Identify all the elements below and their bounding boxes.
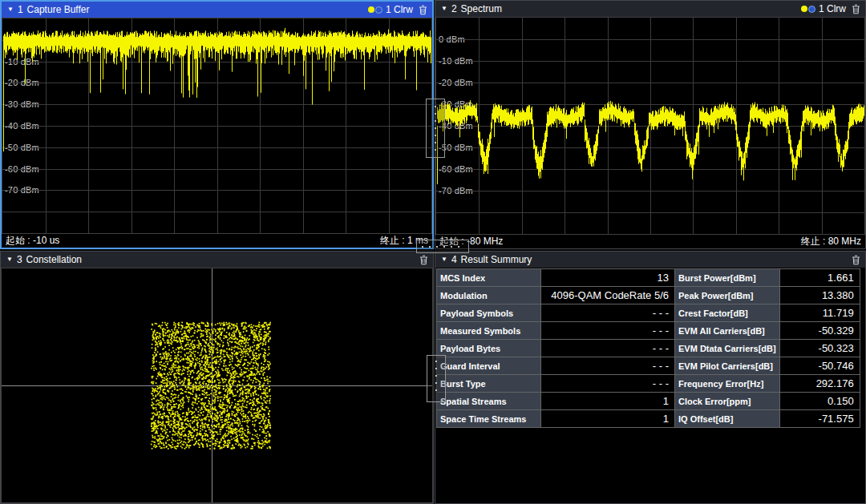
result-value: 0.150 [779,393,860,410]
result-label: Guard Interval [437,357,541,375]
result-label: Peak Power[dBm] [675,287,780,304]
result-table-row: Modulation4096-QAM CodeRate 5/6Peak Powe… [437,287,860,304]
window-capture-buffer[interactable]: ▼ 1 Capture Buffer 1 Clrw 0 dBm-10 dBm-2… [0,0,434,249]
x-stop-label: 终止 : 80 MHz [801,235,861,248]
result-value: - - - [541,340,675,357]
constellation-canvas [2,268,432,502]
result-value: 13.380 [779,287,860,304]
trace-legend[interactable]: 1 Clrw [368,4,413,15]
result-label: Clock Error[ppm] [675,393,780,410]
result-value: -50.329 [779,322,860,340]
splitter-grip-icon [435,361,437,396]
result-table-row: Spatial Streams1Clock Error[ppm]0.150 [437,393,860,410]
result-table-row: MCS Index13Burst Power[dBm]1.661 [437,269,860,287]
x-start-label: 起始 : -10 us [6,234,59,248]
window-spectrum[interactable]: ▼ 2 Spectrum 1 Clrw 0 dBm-10 dBm-20 dBm-… [435,0,866,249]
analyzer-multi-window-screen: ▼ 1 Capture Buffer 1 Clrw 0 dBm-10 dBm-2… [0,0,866,504]
result-table-row: Guard Interval- - -EVM Pilot Carriers[dB… [437,357,860,375]
result-value: -50.323 [779,340,860,357]
trace-mode-label: 1 Clrw [386,4,413,15]
result-label: Frequency Error[Hz] [675,375,780,393]
result-table-row: Measured Symbols- - -EVM All Carriers[dB… [437,322,860,340]
horizontal-splitter[interactable] [416,240,469,253]
result-value: 13 [541,269,675,287]
capture-buffer-canvas [2,18,431,233]
window-index: 4 [451,254,457,265]
delete-window-icon[interactable] [850,254,861,266]
window-index: 3 [17,254,22,265]
result-label: EVM All Carriers[dB] [675,322,780,340]
result-value: 1.661 [779,269,860,287]
window-title: Spectrum [461,3,502,14]
spectrum-canvas [436,18,864,234]
splitter-grip-icon [435,106,436,151]
result-label: Payload Bytes [437,340,541,357]
result-table-row: Burst Type- - -Frequency Error[Hz]292.17… [437,375,860,393]
constellation-plot[interactable] [1,268,433,503]
spectrum-footer: 起始 : -80 MHz 终止 : 80 MHz [435,235,865,248]
window-result-summary[interactable]: ▼ 4 Result Summury MCS Index13Burst Powe… [435,251,866,504]
result-summary-body: MCS Index13Burst Power[dBm]1.661Modulati… [435,268,865,503]
window-menu-icon[interactable]: ▼ [6,256,13,263]
result-label: Modulation [437,287,541,304]
trace-color-dot-icon [801,6,807,12]
window-title: Capture Buffer [27,4,90,15]
result-value: 4096-QAM CodeRate 5/6 [541,287,675,304]
result-label: Crest Factor[dB] [675,304,780,322]
result-value: - - - [541,304,675,322]
trace-marker-dot-icon [808,6,815,13]
window-menu-icon[interactable]: ▼ [441,256,447,263]
vertical-splitter-top[interactable] [426,99,445,158]
constellation-titlebar[interactable]: ▼ 3 Constellation [1,252,433,268]
result-value: 1 [541,393,675,410]
result-label: Burst Power[dBm] [675,269,780,287]
result-table-row: Space Time Streams1IQ Offset[dB]-71.575 [437,410,860,428]
result-table-row: Payload Symbols- - -Crest Factor[dB]11.7… [437,304,860,322]
vertical-splitter-bottom[interactable] [427,355,446,402]
trace-marker-dot-icon [375,6,382,14]
result-label: IQ Offset[dB] [675,410,780,428]
trace-legend[interactable]: 1 Clrw [801,3,846,14]
window-constellation[interactable]: ▼ 3 Constellation [0,251,434,504]
trace-mode-label: 1 Clrw [819,3,846,14]
capture-buffer-titlebar[interactable]: ▼ 1 Capture Buffer 1 Clrw [2,2,432,18]
result-label: EVM Pilot Carriers[dB] [675,357,780,375]
result-label: Measured Symbols [437,322,541,340]
spectrum-titlebar[interactable]: ▼ 2 Spectrum 1 Clrw [435,1,865,17]
result-value: -71.575 [779,410,860,428]
spectrum-plot[interactable]: 0 dBm-10 dBm-20 dBm-30 dBm-40 dBm-50 dBm… [435,17,865,235]
result-label: Spatial Streams [437,393,541,410]
delete-window-icon[interactable] [850,3,861,15]
result-summary-titlebar[interactable]: ▼ 4 Result Summury [435,252,865,268]
result-value: - - - [541,357,675,375]
window-menu-icon[interactable]: ▼ [7,6,14,13]
result-label: Burst Type [437,375,541,393]
result-value: 11.719 [779,304,860,322]
trace-color-dot-icon [368,6,374,13]
delete-window-icon[interactable] [418,254,429,266]
result-label: EVM Dtata Carriers[dB] [675,340,780,357]
result-value: - - - [541,375,675,393]
window-title: Constellation [26,254,82,265]
result-label: Payload Symbols [437,304,541,322]
result-label: MCS Index [437,269,541,287]
capture-buffer-plot[interactable]: 0 dBm-10 dBm-20 dBm-30 dBm-40 dBm-50 dBm… [2,18,432,234]
result-table-row: Payload Bytes- - -EVM Dtata Carriers[dB]… [437,340,860,357]
window-menu-icon[interactable]: ▼ [441,6,447,12]
delete-window-icon[interactable] [417,4,428,16]
window-index: 2 [451,3,457,14]
result-value: - - - [541,322,675,340]
result-value: -50.746 [779,357,860,375]
splitter-grip-icon [422,246,463,248]
result-value: 1 [541,410,675,428]
window-title: Result Summury [461,254,532,265]
result-label: Space Time Streams [437,410,541,428]
result-value: 292.176 [779,375,860,393]
result-table: MCS Index13Burst Power[dBm]1.661Modulati… [436,268,860,428]
window-index: 1 [18,4,23,15]
capture-buffer-footer: 起始 : -10 us 终止 : 1 ms [2,234,432,248]
